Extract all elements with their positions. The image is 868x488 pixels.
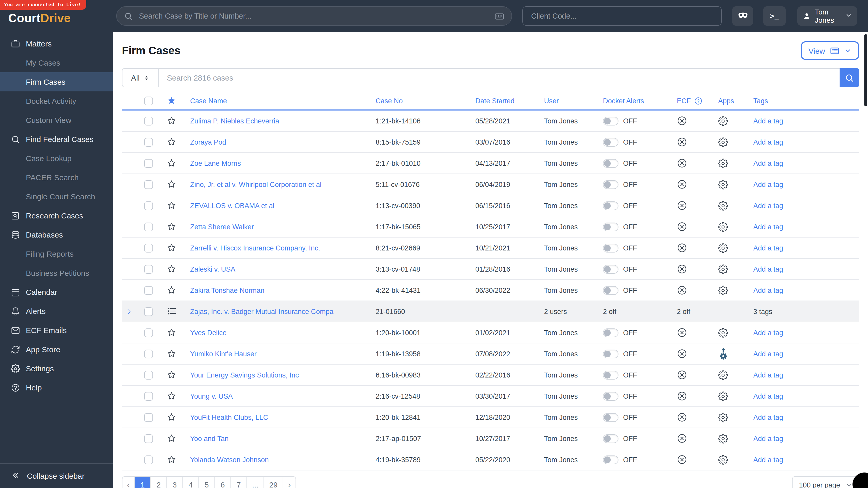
row-checkbox[interactable] [144,222,153,231]
row-checkbox[interactable] [144,455,153,464]
favorite-star-icon[interactable] [167,328,176,337]
row-checkbox[interactable] [144,243,153,252]
ecf-disabled-icon[interactable] [677,285,687,295]
apps-gear-icon[interactable] [718,412,728,422]
pagination-page-1[interactable]: 1 [135,477,151,488]
sidebar-item-my-cases[interactable]: My Cases [0,53,113,72]
row-checkbox[interactable] [144,349,153,358]
docket-alerts-toggle[interactable] [603,265,618,273]
add-tag-link[interactable]: Add a tag [753,159,783,167]
case-name-link[interactable]: YouFit Health Clubs, LLC [190,413,268,421]
sidebar-item-single-court-search[interactable]: Single Court Search [0,187,113,206]
pagination-page-6[interactable]: 6 [215,477,231,488]
favorite-star-icon[interactable] [167,434,176,443]
case-name-link[interactable]: Young v. USA [190,392,233,400]
case-name-link[interactable]: Yves Delice [190,329,226,336]
apps-gear-icon[interactable] [718,328,728,337]
docket-alerts-toggle[interactable] [603,370,618,379]
add-tag-link[interactable]: Add a tag [753,117,783,125]
add-tag-link[interactable]: Add a tag [753,138,783,146]
incognito-mask-button[interactable] [732,6,753,26]
sidebar-item-help[interactable]: Help [0,378,113,397]
docket-alerts-toggle[interactable] [603,117,618,125]
pagination-page-2[interactable]: 2 [151,477,167,488]
row-checkbox[interactable] [144,307,153,316]
sidebar-item-alerts[interactable]: Alerts [0,301,113,321]
case-name-link[interactable]: Yoo and Tan [190,434,228,442]
apps-gear-icon[interactable] [718,116,728,126]
apps-gear-icon[interactable] [718,433,728,443]
row-checkbox[interactable] [144,328,153,337]
add-tag-link[interactable]: Add a tag [753,223,783,231]
add-tag-link[interactable]: Add a tag [753,456,783,463]
favorite-star-icon[interactable] [167,286,176,295]
favorite-star-icon[interactable] [167,137,176,147]
sidebar-item-firm-cases[interactable]: Firm Cases [0,72,113,91]
app-update-gear-icon[interactable] [718,347,728,360]
ecf-disabled-icon[interactable] [677,200,687,211]
sidebar-item-pacer-search[interactable]: PACER Search [0,168,113,187]
docket-alerts-toggle[interactable] [603,455,618,464]
row-checkbox[interactable] [144,201,153,210]
keyboard-icon[interactable] [494,11,504,21]
row-checkbox[interactable] [144,159,153,168]
case-name-link[interactable]: Zoe Lane Morris [190,159,241,167]
sidebar-item-databases[interactable]: Databases [0,225,113,244]
pagination-page-5[interactable]: 5 [199,477,215,488]
courtdrive-logo[interactable]: CourtDrive [8,11,71,25]
column-header-docket-alerts[interactable]: Docket Alerts [595,97,669,104]
column-header-apps[interactable]: Apps [710,97,745,104]
docket-alerts-toggle[interactable] [603,328,618,337]
case-name-link[interactable]: Zajas, Inc. v. Badger Mutual Insurance C… [190,307,334,315]
apps-gear-icon[interactable] [718,455,728,464]
ecf-disabled-icon[interactable] [677,243,687,253]
row-checkbox[interactable] [144,413,153,422]
pagination-page-7[interactable]: 7 [231,477,247,488]
row-checkbox[interactable] [144,370,153,379]
sidebar-item-custom-view[interactable]: Custom View [0,110,113,130]
ecf-disabled-icon[interactable] [677,137,687,147]
apps-gear-icon[interactable] [718,158,728,168]
favorite-star-icon[interactable] [167,455,176,464]
ecf-disabled-icon[interactable] [677,454,687,465]
case-name-link[interactable]: Zoraya Pod [190,138,226,146]
column-header-case-no[interactable]: Case No [367,97,467,104]
sidebar-item-docket-activity[interactable]: Docket Activity [0,91,113,110]
view-button[interactable]: View [801,41,860,60]
sidebar-item-ecf-emails[interactable]: ECF Emails [0,321,113,340]
row-checkbox[interactable] [144,434,153,443]
docket-alerts-toggle[interactable] [603,434,618,443]
scrollbar-thumb[interactable] [864,34,867,106]
docket-alerts-toggle[interactable] [603,286,618,295]
add-tag-link[interactable]: Add a tag [753,350,783,358]
table-search-button[interactable] [840,68,859,87]
pagination-page-29[interactable]: 29 [264,477,283,488]
add-tag-link[interactable]: Add a tag [753,265,783,273]
docket-alerts-toggle[interactable] [603,180,618,189]
apps-gear-icon[interactable] [718,264,728,274]
apps-gear-icon[interactable] [718,285,728,295]
ecf-disabled-icon[interactable] [677,349,687,359]
column-header-ecf[interactable]: ECF ? [669,96,710,105]
sidebar-item-settings[interactable]: Settings [0,359,113,378]
case-name-link[interactable]: Zino, Jr. et al v. Whirlpool Corporation… [190,181,321,188]
help-circle-icon[interactable]: ? [694,96,703,105]
case-name-link[interactable]: Yumiko Kint'e Hauser [190,350,256,358]
column-header-case-name[interactable]: Case Name [182,97,367,104]
column-header-user[interactable]: User [536,97,595,104]
add-tag-link[interactable]: Add a tag [753,202,783,209]
apps-gear-icon[interactable] [718,201,728,210]
ecf-disabled-icon[interactable] [677,264,687,274]
apps-gear-icon[interactable] [718,391,728,401]
pagination-prev-button[interactable]: ‹ [122,477,135,488]
favorite-star-icon[interactable] [167,201,176,210]
ecf-disabled-icon[interactable] [677,391,687,401]
pagination-page-[interactable]: ... [247,477,264,488]
row-checkbox[interactable] [144,117,153,125]
favorite-star-icon[interactable] [167,180,176,189]
add-tag-link[interactable]: Add a tag [753,329,783,336]
row-checkbox[interactable] [144,286,153,295]
ecf-disabled-icon[interactable] [677,327,687,338]
docket-alerts-toggle[interactable] [603,222,618,231]
row-checkbox[interactable] [144,265,153,273]
